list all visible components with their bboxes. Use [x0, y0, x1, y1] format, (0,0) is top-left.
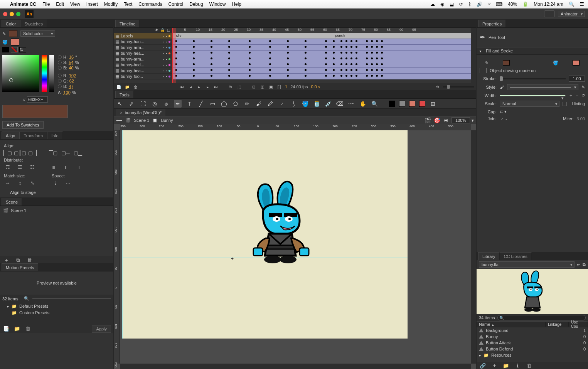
bind-tool-icon[interactable]: ⟆: [290, 100, 297, 108]
stroke-color-icon[interactable]: ✎: [2, 31, 6, 36]
symbol-properties-icon[interactable]: ℹ: [514, 362, 521, 369]
guide-v2[interactable]: [407, 130, 407, 339]
new-folder-icon[interactable]: 📁: [125, 84, 130, 89]
pencil-tool-icon[interactable]: ✏: [243, 100, 251, 108]
tab-motion-presets[interactable]: Motion Presets: [2, 263, 38, 271]
scene-item[interactable]: 🎬 Scene 1: [2, 207, 111, 214]
fps[interactable]: 24.00 fps: [290, 84, 308, 89]
width-profile-select[interactable]: [500, 95, 566, 96]
layer-row[interactable]: ▦bunny-hea...••: [114, 68, 172, 74]
menu-view[interactable]: View: [70, 2, 80, 7]
b-radio[interactable]: [58, 66, 62, 70]
miter-value[interactable]: 3.00: [577, 116, 585, 121]
menu-commands[interactable]: Commands: [138, 2, 162, 7]
oval-tool-icon[interactable]: ◯: [220, 100, 228, 108]
pen-tool-icon[interactable]: ✒: [174, 100, 182, 108]
paint-bucket-tool-icon[interactable]: 🪣: [301, 100, 309, 108]
cc-icon[interactable]: ◉: [440, 2, 444, 7]
dist-top-icon[interactable]: ☶: [4, 163, 12, 170]
tab-properties[interactable]: Properties: [478, 20, 506, 27]
tab-timeline[interactable]: Timeline: [115, 20, 140, 27]
stroke-tool-icon[interactable]: ✎: [485, 61, 489, 66]
outline-header-icon[interactable]: ▢: [167, 28, 170, 33]
cap-select[interactable]: ⊏ ▾: [500, 109, 507, 114]
new-layer-icon[interactable]: 📄: [116, 84, 121, 89]
eyedropper-tool-icon[interactable]: 💉: [324, 100, 332, 108]
ink-bottle-tool-icon[interactable]: 🫙: [313, 100, 320, 108]
join-select[interactable]: ⟋ ▾: [500, 116, 507, 121]
frame-track[interactable]: [172, 62, 471, 68]
timeline-zoom-icon[interactable]: ⟲: [435, 84, 440, 89]
tab-tools[interactable]: Tools: [115, 91, 134, 98]
library-search[interactable]: 🔍: [497, 315, 586, 320]
volume-icon[interactable]: 🔊: [477, 2, 482, 7]
stroke-weight-slider[interactable]: [500, 78, 566, 79]
space-h-icon[interactable]: ⋯: [64, 179, 72, 186]
stroke-swatch[interactable]: [9, 30, 17, 37]
tab-cc-libraries[interactable]: CC Libraries: [500, 252, 532, 260]
sync-settings-button[interactable]: [544, 10, 555, 17]
sync-icon[interactable]: ⟳: [459, 2, 463, 7]
horizontal-ruler[interactable]: 3503002502001501005005010015020025030035…: [120, 124, 471, 130]
col-name[interactable]: Name ▲: [477, 322, 546, 327]
mp-folder-custom[interactable]: ▸📁Custom Presets: [0, 310, 113, 316]
bunny-character[interactable]: [242, 180, 319, 265]
edit-symbols-icon[interactable]: 🎯: [433, 116, 441, 124]
color-type-select[interactable]: Solid color: [20, 30, 55, 37]
stroke-style-brush-icon[interactable]: 🖌: [500, 85, 504, 89]
b-value[interactable]: 40: [69, 66, 73, 70]
object-drawing-toggle-icon[interactable]: ⊞: [429, 100, 437, 108]
tools-fill2-swatch[interactable]: [409, 101, 415, 107]
fill-tool-icon[interactable]: 🪣: [553, 61, 558, 66]
minimize-window-button[interactable]: [10, 12, 14, 16]
width-tool-icon[interactable]: 〰: [347, 100, 355, 108]
lock-header-icon[interactable]: 🔒: [160, 28, 165, 33]
timeline-vscroll[interactable]: [471, 28, 476, 83]
mp-delete-icon[interactable]: 🗑: [24, 325, 32, 332]
selection-tool-icon[interactable]: ↖: [116, 100, 124, 108]
s-value[interactable]: 54: [69, 60, 73, 65]
frame-track[interactable]: [172, 39, 471, 45]
hinting-checkbox[interactable]: [563, 102, 567, 106]
fill-color-icon[interactable]: 🪣: [2, 40, 8, 45]
object-drawing-icon[interactable]: [480, 68, 487, 73]
frames-area[interactable]: 5101520253035404550556065707580859095 id…: [172, 28, 471, 83]
guide-v1[interactable]: [122, 130, 123, 339]
battery-icon[interactable]: 🔋: [522, 2, 528, 7]
polystar-tool-icon[interactable]: ⬠: [232, 100, 239, 108]
dropbox-icon[interactable]: ⬓: [450, 2, 454, 7]
add-to-swatches-button[interactable]: Add To Swatches: [2, 121, 44, 129]
mp-folder-default[interactable]: ▸📁Default Presets: [0, 303, 113, 310]
app-menu[interactable]: Animate CC: [10, 2, 36, 7]
zoom-window-button[interactable]: [16, 12, 20, 16]
visibility-header-icon[interactable]: 👁: [155, 28, 158, 33]
text-tool-icon[interactable]: T: [185, 100, 193, 108]
align-hcenter-icon[interactable]: ▢┃▢: [16, 149, 24, 156]
menu-edit[interactable]: Edit: [56, 2, 64, 7]
new-lib-folder-icon[interactable]: 📁: [502, 362, 510, 369]
width-reset-icon[interactable]: ↺: [581, 93, 585, 98]
r-value[interactable]: 102: [69, 73, 76, 78]
match-both-icon[interactable]: ⤡: [29, 179, 36, 186]
match-width-icon[interactable]: ↔: [4, 179, 12, 186]
layer-row[interactable]: ▦bunny-hea...••: [114, 51, 172, 56]
mp-new-folder-icon[interactable]: 📁: [13, 325, 21, 332]
current-frame[interactable]: 1: [285, 84, 287, 89]
hex-input[interactable]: [27, 96, 48, 103]
col-linkage[interactable]: Linkage: [546, 322, 569, 327]
document-tab[interactable]: × bunny.fla (WebGL)*: [116, 109, 165, 116]
tab-swatches[interactable]: Swatches: [20, 20, 47, 27]
frame-track[interactable]: [172, 68, 471, 74]
line-tool-icon[interactable]: ╱: [197, 100, 205, 108]
library-item[interactable]: ▸📁Resources: [477, 352, 588, 358]
default-colors-icon[interactable]: [2, 47, 9, 52]
s-radio[interactable]: [58, 61, 62, 64]
dist-bottom-icon[interactable]: ☷: [29, 163, 36, 170]
layer-row[interactable]: ▦bunny-foo...••: [114, 74, 172, 79]
zoom-input[interactable]: [452, 117, 470, 123]
close-window-button[interactable]: [3, 12, 7, 16]
library-item[interactable]: Button Attack0: [477, 340, 588, 346]
layer-row[interactable]: ▦bunny-arm...••: [114, 56, 172, 62]
width-add-icon[interactable]: ＋: [569, 93, 573, 98]
tools-option-swatch[interactable]: [419, 101, 425, 107]
